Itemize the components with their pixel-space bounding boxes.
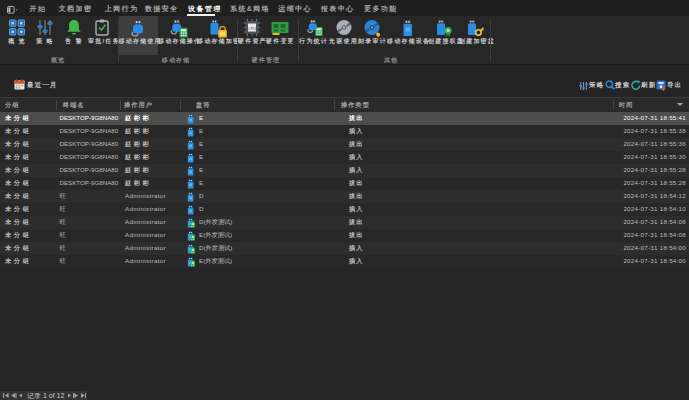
svg-text:CPU: CPU [248,26,257,31]
